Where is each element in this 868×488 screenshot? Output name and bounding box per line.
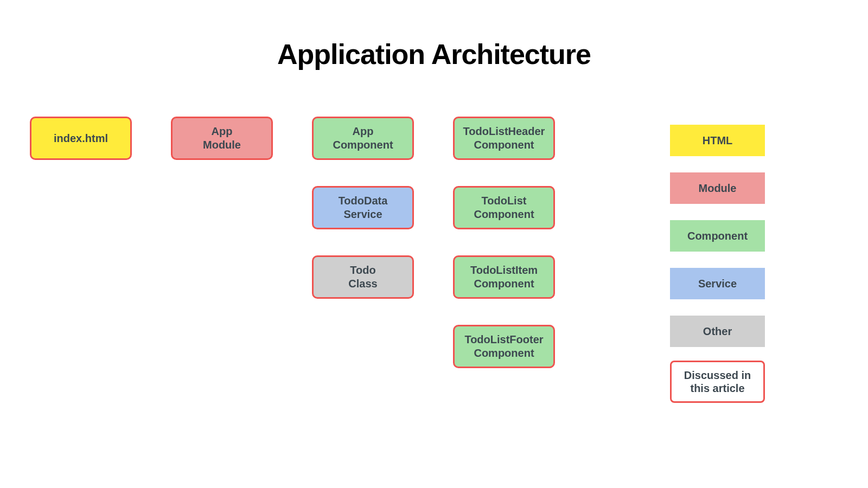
diagram-title: Application Architecture bbox=[0, 38, 868, 70]
box-label: index.html bbox=[54, 132, 108, 145]
box-todolist-component: TodoList Component bbox=[453, 186, 555, 229]
box-tododata-service: TodoData Service bbox=[312, 186, 414, 229]
box-todolistfooter-component: TodoListFooter Component bbox=[453, 325, 555, 368]
box-label: TodoListHeader Component bbox=[463, 125, 545, 152]
box-label: TodoData Service bbox=[339, 194, 388, 221]
box-app-module: App Module bbox=[171, 117, 273, 160]
box-app-component: App Component bbox=[312, 117, 414, 160]
box-label: TodoListFooter Component bbox=[464, 333, 543, 360]
legend-label: Other bbox=[703, 325, 732, 338]
legend-discussed: Discussed in this article bbox=[670, 361, 765, 403]
legend-label: Component bbox=[687, 229, 748, 242]
box-todolistitem-component: TodoListItem Component bbox=[453, 255, 555, 299]
box-todolistheader-component: TodoListHeader Component bbox=[453, 117, 555, 160]
box-label: App Module bbox=[203, 125, 241, 152]
box-index-html: index.html bbox=[30, 117, 132, 160]
legend-label: Service bbox=[698, 277, 737, 290]
legend-service: Service bbox=[670, 268, 765, 299]
legend-label: Module bbox=[699, 182, 737, 195]
box-label: TodoList Component bbox=[474, 194, 534, 221]
legend-component: Component bbox=[670, 220, 765, 252]
box-label: TodoListItem Component bbox=[470, 264, 538, 291]
legend-label: HTML bbox=[703, 134, 733, 147]
legend-label: Discussed in this article bbox=[684, 369, 751, 395]
legend-module: Module bbox=[670, 172, 765, 204]
box-label: Todo Class bbox=[348, 264, 377, 291]
legend-other: Other bbox=[670, 316, 765, 347]
box-todo-class: Todo Class bbox=[312, 255, 414, 299]
box-label: App Component bbox=[333, 125, 393, 152]
legend-html: HTML bbox=[670, 125, 765, 156]
